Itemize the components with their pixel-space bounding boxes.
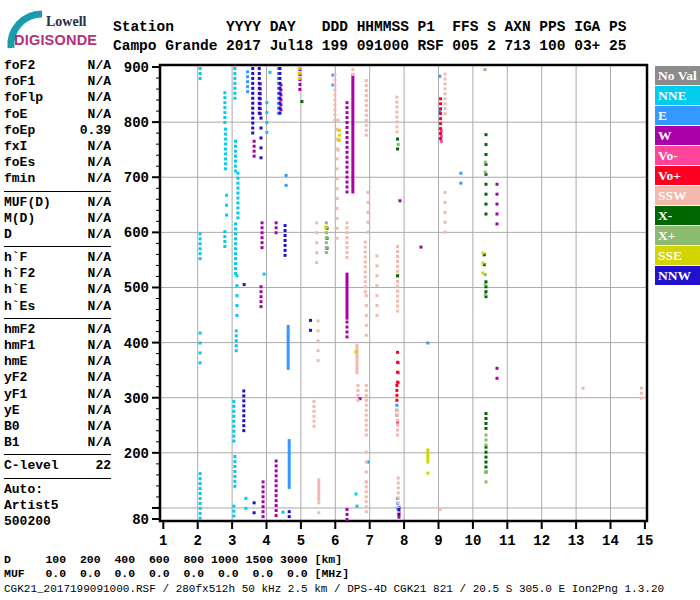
echo-dot-ssw: [333, 113, 336, 116]
echo-dot-w: [345, 186, 348, 189]
echo-dot-nne: [232, 440, 235, 443]
echo-dot-ssw: [396, 414, 399, 417]
echo-dot-ssw: [312, 405, 315, 408]
echo-dot-ssw: [640, 387, 643, 390]
echo-dot-w: [345, 190, 348, 193]
echo-dot-nne: [223, 116, 226, 119]
echo-dot-ssw: [366, 191, 369, 194]
echo-dot-ssw: [365, 495, 368, 498]
echo-dot-nne: [234, 160, 237, 163]
echo-dot-e: [285, 184, 288, 187]
echo-dot-xp: [325, 241, 328, 244]
echo-dot-ssw: [345, 251, 348, 254]
echo-dot-nnw: [242, 389, 245, 392]
echo-dot-ssw: [375, 284, 378, 287]
echo-dot-nnw: [284, 224, 287, 227]
echo-dot-w: [275, 509, 278, 512]
echo-dot-nne: [236, 201, 239, 204]
echo-dot-ssw: [444, 231, 447, 234]
echo-dot-ssw: [364, 256, 367, 259]
echo-dot-nnw: [259, 117, 262, 120]
echo-dot-ssw: [336, 197, 339, 200]
echo-dot-vop: [439, 137, 442, 140]
echo-trace-sse: [426, 448, 429, 463]
echo-dot-nne: [236, 192, 239, 195]
x-tick-label: 9: [434, 533, 442, 549]
y-tick-label: 900: [124, 60, 149, 76]
x-tick-label: 6: [331, 533, 339, 549]
echo-dot-nne: [265, 101, 268, 104]
echo-dot-nnw: [258, 72, 261, 75]
echo-dot-w: [345, 151, 348, 154]
echo-dot-ssw: [640, 392, 643, 395]
echo-dot-ssw: [364, 285, 367, 288]
echo-dot-nne: [244, 497, 247, 500]
echo-dot-ssw: [366, 221, 369, 224]
echo-dot-w: [275, 499, 278, 502]
direction-legend: No ValNNEEWVo-Vo+SSWX-X+SSENNW: [655, 66, 700, 286]
x-tick-label: 14: [602, 533, 619, 549]
echo-dot-ssw: [345, 231, 348, 234]
echo-dot-xp: [325, 251, 328, 254]
echo-dot-ssw: [336, 157, 339, 160]
echo-dot-nne: [234, 222, 237, 225]
echo-dot-ssw: [396, 265, 399, 268]
echo-dot-nnw: [258, 67, 261, 70]
echo-dot-ssw: [317, 329, 320, 332]
echo-dot-ssw: [395, 96, 398, 99]
echo-dot-ssw: [365, 434, 368, 437]
echo-dot-ssw: [365, 409, 368, 412]
echo-dot-xp: [484, 480, 487, 483]
echo-dot-ssw: [375, 314, 378, 317]
echo-dot-xm: [484, 183, 487, 186]
echo-dot-w: [495, 183, 498, 186]
echo-dot-w: [345, 131, 348, 134]
echo-dot-nne: [199, 482, 202, 485]
echo-dot-ssw: [444, 97, 447, 100]
echo-dot-ssw: [365, 510, 368, 513]
echo-dot-ssw: [315, 221, 318, 224]
echo-dot-nne: [199, 361, 202, 364]
echo-dot-w: [259, 295, 262, 298]
echo-dot-nnw: [397, 513, 400, 516]
echo-dot-ssw: [315, 261, 318, 264]
echo-dot-nnw: [278, 77, 281, 80]
echo-dot-sse: [338, 134, 341, 137]
echo-dot-ssw: [444, 82, 447, 85]
echo-dot-vop: [439, 127, 442, 130]
echo-dot-nnw: [253, 511, 256, 514]
echo-dot-ssw: [397, 477, 400, 480]
echo-dot-e: [246, 75, 249, 78]
echo-dot-vop: [439, 97, 442, 100]
echo-dot-ssw: [345, 246, 348, 249]
echo-dot-ssw: [395, 101, 398, 104]
echo-dot-ssw: [365, 384, 368, 387]
echo-dot-w: [262, 500, 265, 503]
echo-dot-ssw: [396, 270, 399, 273]
echo-dot-xm: [484, 193, 487, 196]
echo-dot-nne: [234, 145, 237, 148]
echo-trace-w: [351, 74, 354, 194]
echo-dot-nne: [199, 67, 202, 70]
echo-dot-w: [419, 246, 422, 249]
echo-dot-ssw: [315, 251, 318, 254]
echo-dot-ssw: [364, 275, 367, 278]
echo-dot-ssw: [365, 429, 368, 432]
echo-dot-nne: [224, 162, 227, 165]
echo-dot-ssw: [365, 79, 368, 82]
echo-dot-ssw: [365, 419, 368, 422]
echo-dot-nne: [199, 237, 202, 240]
echo-dot-w: [495, 367, 498, 370]
echo-dot-nne: [234, 247, 237, 250]
echo-dot-nnw: [278, 102, 281, 105]
echo-dot-ssw: [357, 399, 360, 402]
echo-dot-nne: [199, 247, 202, 250]
echo-dot-ssw: [365, 304, 368, 307]
echo-dot-ssw: [365, 399, 368, 402]
echo-dot-nnw: [278, 67, 281, 70]
echo-dot-w: [345, 326, 348, 329]
echo-dot-nne: [199, 472, 202, 475]
echo-dot-nnw: [251, 92, 254, 95]
echo-dot-ssw: [315, 231, 318, 234]
echo-dot-nne: [223, 91, 226, 94]
